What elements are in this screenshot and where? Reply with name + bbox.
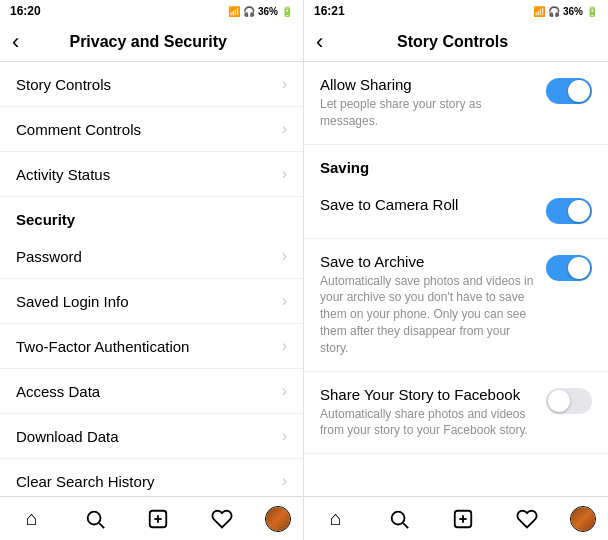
tab-home-left[interactable]: ⌂ [12, 499, 52, 539]
chevron-icon: › [282, 292, 287, 310]
toggle-camera-roll[interactable] [546, 198, 592, 224]
menu-item-saved-login[interactable]: Saved Login Info › [0, 279, 303, 324]
status-bar-left: 16:20 📶 🎧 36% 🔋 [0, 0, 303, 22]
section-label-saving: Saving [304, 145, 608, 182]
chevron-icon: › [282, 382, 287, 400]
toggle-subtitle-archive: Automatically save photos and videos in … [320, 273, 534, 357]
avatar [266, 507, 290, 531]
menu-item-access-data[interactable]: Access Data › [0, 369, 303, 414]
status-icons-left: 📶 🎧 36% 🔋 [228, 6, 293, 17]
page-title-left: Privacy and Security [27, 33, 269, 51]
tab-heart-right[interactable] [507, 499, 547, 539]
toggle-title-facebook: Share Your Story to Facebook [320, 386, 534, 403]
menu-item-activity-status[interactable]: Activity Status › [0, 152, 303, 197]
toggle-subtitle-allow-sharing: Let people share your story as messages. [320, 96, 534, 130]
toggle-title-allow-sharing: Allow Sharing [320, 76, 534, 93]
toggle-row-facebook: Share Your Story to Facebook Automatical… [304, 372, 608, 455]
menu-item-download-data[interactable]: Download Data › [0, 414, 303, 459]
tab-bar-left: ⌂ [0, 496, 303, 540]
chevron-icon: › [282, 427, 287, 445]
chevron-icon: › [282, 75, 287, 93]
chevron-icon: › [282, 247, 287, 265]
tab-bar-right: ⌂ [304, 496, 608, 540]
toggle-allow-sharing[interactable] [546, 78, 592, 104]
story-controls-list: Allow Sharing Let people share your stor… [304, 62, 608, 496]
time-left: 16:20 [10, 4, 41, 18]
chevron-icon: › [282, 120, 287, 138]
tab-search-right[interactable] [379, 499, 419, 539]
toggle-subtitle-facebook: Automatically share photos and videos fr… [320, 406, 534, 440]
toggle-row-allow-sharing: Allow Sharing Let people share your stor… [304, 62, 608, 145]
toggle-title-camera-roll: Save to Camera Roll [320, 196, 534, 213]
svg-point-5 [392, 511, 405, 524]
nav-bar-left: ‹ Privacy and Security [0, 22, 303, 62]
chevron-icon: › [282, 472, 287, 490]
right-screen: 16:21 📶 🎧 36% 🔋 ‹ Story Controls Allow S… [304, 0, 608, 540]
tab-search-left[interactable] [75, 499, 115, 539]
tab-home-right[interactable]: ⌂ [316, 499, 356, 539]
status-icons-right: 📶 🎧 36% 🔋 [533, 6, 598, 17]
svg-line-1 [99, 523, 104, 528]
tab-profile-left[interactable] [265, 506, 291, 532]
time-right: 16:21 [314, 4, 345, 18]
avatar [571, 507, 595, 531]
menu-item-story-controls[interactable]: Story Controls › [0, 62, 303, 107]
toggle-archive[interactable] [546, 255, 592, 281]
menu-item-comment-controls[interactable]: Comment Controls › [0, 107, 303, 152]
tab-profile-right[interactable] [570, 506, 596, 532]
tab-add-right[interactable] [443, 499, 483, 539]
menu-item-two-factor[interactable]: Two-Factor Authentication › [0, 324, 303, 369]
back-button-right[interactable]: ‹ [316, 31, 323, 53]
toggle-row-archive: Save to Archive Automatically save photo… [304, 239, 608, 372]
svg-point-0 [88, 511, 101, 524]
left-screen: 16:20 📶 🎧 36% 🔋 ‹ Privacy and Security S… [0, 0, 304, 540]
menu-item-password[interactable]: Password › [0, 234, 303, 279]
toggle-facebook[interactable] [546, 388, 592, 414]
svg-line-6 [404, 523, 409, 528]
menu-list-left: Story Controls › Comment Controls › Acti… [0, 62, 303, 496]
section-header-security: Security [0, 197, 303, 234]
nav-bar-right: ‹ Story Controls [304, 22, 608, 62]
page-title-right: Story Controls [331, 33, 574, 51]
back-button-left[interactable]: ‹ [12, 31, 19, 53]
chevron-icon: › [282, 165, 287, 183]
menu-item-clear-search[interactable]: Clear Search History › [0, 459, 303, 496]
tab-heart-left[interactable] [202, 499, 242, 539]
tab-add-left[interactable] [138, 499, 178, 539]
status-bar-right: 16:21 📶 🎧 36% 🔋 [304, 0, 608, 22]
toggle-title-archive: Save to Archive [320, 253, 534, 270]
chevron-icon: › [282, 337, 287, 355]
toggle-row-camera-roll: Save to Camera Roll [304, 182, 608, 239]
